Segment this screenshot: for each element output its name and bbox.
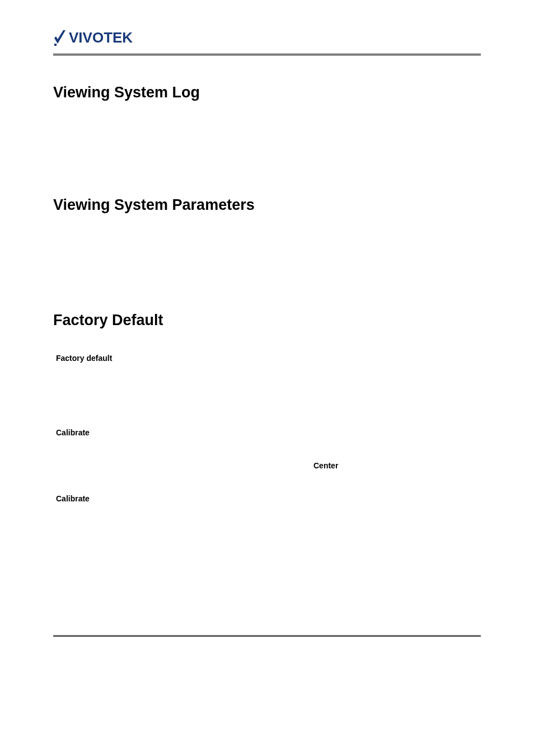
footer-divider (53, 635, 481, 637)
factory-default-label-line: Factory default (56, 353, 481, 364)
heading-factory-default: Factory Default (53, 312, 481, 329)
logo-brand-text: VIVOTEK (69, 29, 133, 46)
vivotek-logo: VIVOTEK (53, 28, 481, 47)
calibrate-label-2: Calibrate (56, 494, 90, 503)
vivotek-checkmark-icon (53, 28, 67, 47)
factory-default-label: Factory default (56, 354, 112, 363)
calibrate-label-line-2: Calibrate (56, 493, 481, 505)
svg-rect-0 (54, 44, 57, 46)
factory-default-content: Factory default Calibrate Center Calibra… (56, 353, 481, 505)
calibrate-label-1: Calibrate (56, 428, 90, 437)
logo-area: VIVOTEK (53, 28, 481, 47)
center-label-line: Center (313, 460, 481, 472)
header-divider (53, 54, 481, 56)
calibrate-label-line-1: Calibrate (56, 427, 481, 439)
heading-viewing-system-parameters: Viewing System Parameters (53, 196, 481, 214)
center-label: Center (313, 461, 338, 470)
heading-viewing-system-log: Viewing System Log (53, 84, 481, 101)
